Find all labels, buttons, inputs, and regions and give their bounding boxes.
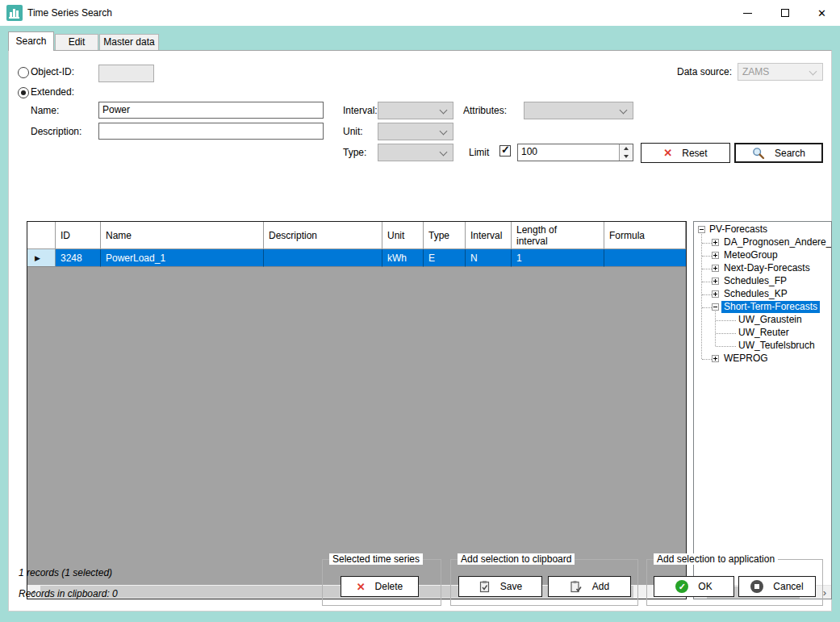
- expand-icon[interactable]: [712, 355, 719, 362]
- selected-time-series-group: Selected time series ✕ Delete: [322, 559, 441, 606]
- close-icon: ✕: [817, 7, 826, 19]
- description-input[interactable]: [98, 123, 324, 140]
- ok-check-icon: ✓: [675, 580, 688, 593]
- limit-checkbox[interactable]: ✓: [499, 145, 511, 157]
- cell-description[interactable]: [264, 249, 382, 267]
- close-button[interactable]: ✕: [804, 0, 840, 26]
- delete-x-icon: ✕: [357, 582, 366, 592]
- window-title: Time Series Search: [27, 0, 112, 26]
- tree-item-label[interactable]: DA_Prognosen_Andere_: [721, 236, 832, 248]
- chevron-down-icon: [440, 127, 448, 136]
- expand-icon[interactable]: [712, 278, 719, 285]
- column-header-formula[interactable]: Formula: [604, 222, 686, 249]
- cell-id[interactable]: 3248: [56, 249, 101, 267]
- column-header-type[interactable]: Type: [424, 222, 466, 249]
- collapse-icon[interactable]: [698, 226, 705, 233]
- title-bar: Time Series Search ✕: [0, 0, 840, 26]
- tree-item: Next-Day-Forecasts: [694, 262, 831, 275]
- stepper-down-button[interactable]: [620, 152, 633, 161]
- expand-icon[interactable]: [712, 239, 719, 246]
- forecast-tree: PV-Forecasts DA_Prognosen_Andere_ MeteoG…: [693, 221, 832, 599]
- save-button[interactable]: Save: [458, 576, 542, 597]
- tree-item-label[interactable]: PV-Forecasts: [707, 223, 770, 236]
- cell-name[interactable]: PowerLoad_1: [101, 249, 264, 267]
- cell-interval[interactable]: N: [466, 249, 512, 267]
- cell-unit[interactable]: kWh: [382, 249, 424, 267]
- tree-item-label[interactable]: UW_Teufelsbruch: [736, 340, 817, 352]
- tree-item-label[interactable]: UW_Reuter: [736, 327, 792, 339]
- tree-item: Schedules_FP: [694, 275, 831, 288]
- column-header-id[interactable]: ID: [56, 222, 101, 249]
- object-id-input[interactable]: [98, 65, 154, 82]
- row-indicator-icon: ▶: [35, 254, 40, 262]
- stepper-up-button[interactable]: [620, 144, 633, 152]
- limit-stepper[interactable]: 100: [517, 144, 633, 161]
- collapse-icon[interactable]: [712, 303, 719, 311]
- description-label: Description:: [31, 126, 81, 137]
- tree-item-label[interactable]: WEPROG: [721, 353, 771, 365]
- tree-item-label[interactable]: Next-Day-Forecasts: [721, 262, 813, 274]
- clipboard-status: Records in clipboard: 0: [19, 588, 118, 599]
- add-clipboard-icon: [570, 580, 583, 593]
- row-header[interactable]: ▶: [27, 249, 56, 267]
- tree-item: UW_Reuter: [694, 327, 831, 340]
- limit-label: Limit: [469, 147, 489, 158]
- name-input[interactable]: Power: [98, 102, 324, 119]
- attributes-select[interactable]: [524, 102, 633, 119]
- search-tab-page: Object-ID: Data source: ZAMS Extended: N…: [8, 50, 832, 612]
- maximize-button[interactable]: [767, 0, 803, 26]
- object-id-radio[interactable]: [18, 67, 29, 78]
- tab-master-data[interactable]: Master data: [99, 34, 159, 50]
- limit-value: 100: [521, 146, 537, 157]
- search-button[interactable]: Search: [734, 143, 823, 163]
- expand-icon[interactable]: [712, 265, 719, 272]
- column-header-interval[interactable]: Interval: [466, 222, 512, 249]
- delete-button[interactable]: ✕ Delete: [341, 576, 419, 597]
- add-button-label: Add: [592, 581, 609, 592]
- add-button[interactable]: Add: [548, 576, 631, 597]
- tree-item: WEPROG: [694, 353, 831, 365]
- unit-select[interactable]: [378, 123, 453, 140]
- column-header-name[interactable]: Name: [101, 222, 264, 249]
- magnifier-icon: [752, 147, 765, 160]
- chevron-down-icon: [440, 148, 448, 157]
- tab-search[interactable]: Search: [8, 31, 54, 51]
- expand-icon[interactable]: [712, 252, 719, 259]
- grid-corner-header[interactable]: [27, 222, 56, 249]
- cancel-button[interactable]: Cancel: [738, 576, 816, 597]
- interval-select[interactable]: [378, 102, 453, 119]
- attributes-label: Attributes:: [463, 105, 507, 116]
- expand-icon[interactable]: [712, 290, 719, 298]
- tree-item-label[interactable]: Schedules_FP: [721, 275, 789, 287]
- data-source-select[interactable]: ZAMS: [738, 63, 823, 81]
- column-header-length-of-interval[interactable]: Length of interval: [512, 222, 604, 249]
- cell-formula[interactable]: [604, 249, 686, 267]
- tree-item: PV-Forecasts: [694, 223, 831, 236]
- extended-radio[interactable]: [18, 87, 29, 98]
- tree-item-label[interactable]: MeteoGroup: [721, 249, 780, 261]
- application-window: Time Series Search ✕ Search Edit Master …: [0, 0, 840, 622]
- cancel-button-label: Cancel: [773, 581, 803, 592]
- tree-item-label[interactable]: UW_Graustein: [736, 314, 804, 326]
- cell-type[interactable]: E: [424, 249, 466, 267]
- type-select[interactable]: [378, 144, 453, 161]
- data-source-value: ZAMS: [742, 64, 769, 80]
- arrow-down-icon: [624, 155, 629, 158]
- cell-length-of-interval[interactable]: 1: [512, 249, 604, 267]
- tree-item: UW_Graustein: [694, 314, 831, 327]
- reset-button[interactable]: ✕ Reset: [641, 143, 730, 163]
- object-id-label: Object-ID:: [31, 66, 74, 77]
- interval-label: Interval:: [343, 105, 378, 116]
- group-title: Add selection to clipboard: [458, 553, 575, 565]
- tree-item-label[interactable]: Short-Term-Forecasts: [721, 301, 820, 313]
- tab-edit[interactable]: Edit: [55, 34, 98, 50]
- minimize-button[interactable]: [729, 0, 766, 26]
- application-group: Add selection to application ✓ OK Cancel: [646, 559, 823, 606]
- column-header-description[interactable]: Description: [264, 222, 382, 249]
- ok-button[interactable]: ✓ OK: [654, 576, 734, 597]
- minimize-icon: [743, 13, 752, 14]
- tree-item: MeteoGroup: [694, 249, 831, 262]
- column-header-unit[interactable]: Unit: [382, 222, 424, 249]
- tree-item-label[interactable]: Schedules_KP: [721, 288, 790, 300]
- type-label: Type:: [343, 147, 366, 158]
